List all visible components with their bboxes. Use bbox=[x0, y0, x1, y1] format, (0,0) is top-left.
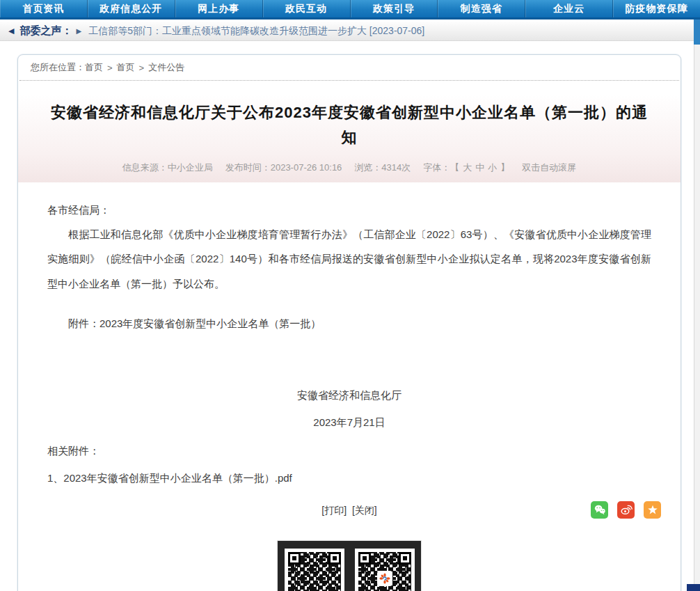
qr-finder-icon bbox=[328, 552, 341, 565]
attachment-link[interactable]: 附件：2023年度安徽省创新型中小企业名单（第一批） bbox=[47, 314, 651, 333]
breadcrumb-section-link[interactable]: 首页 bbox=[117, 61, 135, 74]
favorite-star-icon[interactable] bbox=[644, 501, 661, 519]
main-paragraph: 根据工业和信息化部《优质中小企业梯度培育管理暂行办法》（工信部企业〔2022〕6… bbox=[47, 222, 651, 296]
wechat-qr-code bbox=[355, 549, 415, 591]
meta-autoscroll-hint[interactable]: 双击自动滚屏 bbox=[522, 161, 576, 174]
news-ticker-bar: ◀ 部委之声： ▶ 工信部等5部门：工业重点领域节能降碳改造升级范围进一步扩大 … bbox=[0, 22, 700, 41]
weibo-share-icon[interactable] bbox=[617, 501, 635, 519]
font-size-small-button[interactable]: 小 bbox=[488, 161, 497, 174]
breadcrumb-separator: > bbox=[107, 63, 113, 73]
weibo-qr-item: 微博扫描 bbox=[285, 549, 344, 591]
top-nav-bar: 首页资讯 政府信息公开 网上办事 政民互动 政策引导 制造强省 企业云 防疫物资… bbox=[0, 0, 700, 19]
font-size-switcher: 字体：【 大 中 小 】 bbox=[423, 161, 509, 174]
related-file-link[interactable]: 1、2023年安徽省创新型中小企业名单（第一批）.pdf bbox=[47, 468, 651, 487]
share-icons bbox=[591, 501, 661, 519]
page: 首页资讯 政府信息公开 网上办事 政民互动 政策引导 制造强省 企业云 防疫物资… bbox=[0, 0, 700, 591]
scrollbar-track[interactable] bbox=[694, 19, 700, 591]
action-row: [打印] [关闭] bbox=[18, 501, 681, 522]
wechat-qr-item: 微信平台 bbox=[355, 549, 415, 591]
ticker-label: 部委之声： bbox=[19, 24, 72, 38]
nav-item-gov-info[interactable]: 政府信息公开 bbox=[88, 0, 175, 17]
meta-view-count: 浏览：4314次 bbox=[354, 161, 411, 174]
nav-item-epidemic-supplies[interactable]: 防疫物资保障 bbox=[613, 0, 700, 17]
wechat-bubbles-icon bbox=[594, 503, 606, 516]
related-attachments-label: 相关附件： bbox=[47, 441, 651, 460]
wechat-share-icon[interactable] bbox=[591, 501, 608, 519]
breadcrumb: 您所在位置： 首页 > 首页 > 文件公告 bbox=[19, 55, 679, 81]
signer-name: 安徽省经济和信息化厅 bbox=[47, 386, 651, 404]
org-logo-icon bbox=[377, 571, 392, 586]
nav-item-enterprise-cloud[interactable]: 企业云 bbox=[525, 0, 613, 17]
footer-corner bbox=[687, 584, 700, 591]
nav-item-manufacturing[interactable]: 制造强省 bbox=[438, 0, 525, 17]
weibo-qr-code bbox=[285, 549, 344, 591]
article-title: 安徽省经济和信息化厅关于公布2023年度安徽省创新型中小企业名单（第一批）的通知 bbox=[46, 100, 653, 150]
nav-item-policy-guidance[interactable]: 政策引导 bbox=[351, 0, 438, 17]
qr-finder-icon bbox=[288, 552, 301, 565]
breadcrumb-separator: > bbox=[139, 63, 145, 73]
print-button[interactable]: [打印] bbox=[321, 505, 347, 516]
meta-source: 信息来源：中小企业局 bbox=[122, 161, 213, 174]
ticker-play-icon[interactable]: ▶ bbox=[76, 27, 81, 35]
font-size-bracket: 】 bbox=[500, 161, 509, 174]
print-close-actions: [打印] [关闭] bbox=[18, 505, 681, 517]
ticker-prev-icon[interactable]: ◀ bbox=[8, 26, 14, 36]
article-body: 各市经信局： 根据工业和信息化部《优质中小企业梯度培育管理暂行办法》（工信部企业… bbox=[18, 182, 681, 487]
sign-date: 2023年7月21日 bbox=[47, 413, 651, 432]
qr-code-panel: 微博扫描 bbox=[277, 540, 422, 591]
font-size-large-button[interactable]: 大 bbox=[463, 161, 472, 174]
ticker-headline-link[interactable]: 工信部等5部门：工业重点领域节能降碳改造升级范围进一步扩大 [2023-07-0… bbox=[88, 25, 424, 38]
salutation: 各市经信局： bbox=[47, 200, 651, 219]
nav-item-home-news[interactable]: 首页资讯 bbox=[0, 0, 88, 17]
font-size-medium-button[interactable]: 中 bbox=[475, 161, 484, 174]
weibo-eye-icon bbox=[620, 503, 633, 516]
qr-finder-icon bbox=[399, 552, 411, 565]
article-meta-row: 信息来源：中小企业局 发布时间：2023-07-26 10:16 浏览：4314… bbox=[46, 161, 653, 174]
article-header: 安徽省经济和信息化厅关于公布2023年度安徽省创新型中小企业名单（第一批）的通知… bbox=[18, 86, 681, 182]
content-box: 您所在位置： 首页 > 首页 > 文件公告 安徽省经济和信息化厅关于公布2023… bbox=[17, 54, 681, 591]
breadcrumb-current-page: 文件公告 bbox=[148, 61, 184, 74]
scrollbar-thumb[interactable] bbox=[694, 19, 700, 45]
spacer bbox=[47, 333, 651, 386]
close-button[interactable]: [关闭] bbox=[352, 505, 377, 516]
breadcrumb-label: 您所在位置： bbox=[31, 61, 85, 74]
nav-item-public-interaction[interactable]: 政民互动 bbox=[263, 0, 351, 17]
star-glyph-icon bbox=[646, 503, 659, 516]
qr-finder-icon bbox=[358, 552, 371, 565]
breadcrumb-home-link[interactable]: 首页 bbox=[85, 61, 103, 74]
font-size-label: 字体：【 bbox=[423, 161, 459, 174]
nav-item-online-services[interactable]: 网上办事 bbox=[175, 0, 263, 17]
meta-publish-time: 发布时间：2023-07-26 10:16 bbox=[225, 161, 342, 174]
